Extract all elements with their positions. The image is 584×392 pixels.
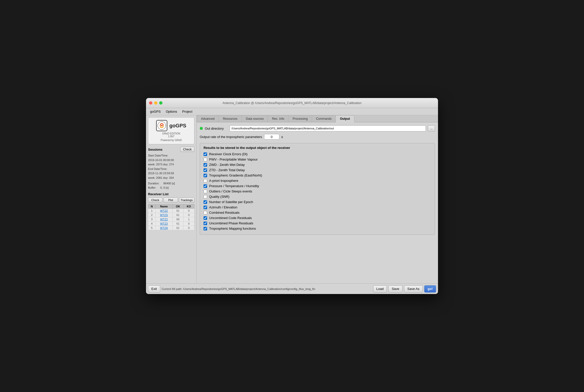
table-row: 3 WTZ2 60 1 (148, 217, 194, 221)
checkbox-receiver-clock-errors-dt-[interactable] (204, 152, 207, 156)
tab-output[interactable]: Output (336, 115, 354, 122)
left-panel: goGPS GReD EDITION 1.0b7 Powered by GReD… (146, 115, 197, 283)
sessions-title: Sessions (148, 148, 162, 151)
check-row: Azimuth / Elevation (204, 205, 431, 209)
tabs-bar: Advanced Resources Data sources Rec. Inf… (197, 115, 438, 122)
col-ok: OK (173, 204, 184, 208)
checkbox-ztd-zenith-total-delay[interactable] (204, 168, 207, 172)
cell-ko: 0 (184, 208, 194, 213)
sessions-header: Sessions Check (148, 147, 194, 152)
cell-name[interactable]: WTZS (155, 213, 173, 217)
tab-data-sources[interactable]: Data sources (242, 115, 268, 122)
receiver-trackings-button[interactable]: Trackings (179, 198, 194, 203)
menu-options[interactable]: Options (164, 109, 179, 114)
sessions-check-button[interactable]: Check (180, 147, 194, 152)
check-row: Combined Residuals (204, 211, 431, 214)
checkbox-label[interactable]: Receiver Clock Errors (Dt) (209, 152, 248, 156)
browse-button[interactable]: ... (428, 125, 435, 131)
logo-box: goGPS GReD EDITION 1.0b7 Powered by GReD (148, 117, 194, 144)
maximize-button[interactable] (159, 101, 162, 105)
cell-name[interactable]: WTZ2 (155, 217, 173, 221)
go-button[interactable]: go! (424, 285, 436, 292)
check-row: Tropospheric Gradients (East/Norht) (204, 173, 431, 177)
buffer-value: 0, 0 [s] (160, 186, 169, 190)
end-date-label: End Date/Time: (148, 167, 194, 171)
checkbox-label[interactable]: Tropospheric Mapping functions (209, 227, 256, 230)
minimize-button[interactable] (154, 101, 157, 105)
exit-button[interactable]: Exit (148, 285, 160, 292)
checkbox-label[interactable]: Combined Residuals (209, 211, 240, 214)
logo-icon (156, 120, 167, 131)
check-row: Uncombined Code Residuals (204, 216, 431, 220)
end-date-value: 2019-11-30 23:59:59 (148, 171, 194, 176)
tab-commands[interactable]: Commands (312, 115, 336, 122)
checkbox-azimuth-elevation[interactable] (204, 206, 207, 209)
checkbox-tropospheric-gradients-east-norht-[interactable] (204, 174, 207, 177)
check-row: Number of Satellite per Epoch (204, 200, 431, 204)
tab-resources[interactable]: Resources (219, 115, 242, 122)
cell-ok: 61 (173, 226, 184, 230)
col-name: Name (155, 204, 173, 208)
menu-project[interactable]: Project (180, 109, 194, 114)
start-date-label: Start Date/Time: (148, 153, 194, 158)
cell-ko: 0 (184, 221, 194, 226)
cell-name[interactable]: WTZ3 (155, 221, 173, 226)
cell-n: 4 (148, 221, 156, 226)
checkbox-label[interactable]: Uncombined Phase Residuals (209, 221, 253, 225)
checkbox-uncombined-code-residuals[interactable] (204, 216, 207, 220)
checkbox-label[interactable]: A-priori troposphere (209, 179, 238, 183)
titlebar: Antenna_Calibration @ /Users/Andrea/Repo… (146, 98, 438, 108)
checkbox-quality-snr-[interactable] (204, 195, 207, 199)
checkbox-label[interactable]: Tropospheric Gradients (East/Norht) (209, 173, 262, 177)
end-week: week: 2081 doy: 334 (148, 176, 194, 180)
receiver-plot-button[interactable]: Plot (163, 198, 178, 203)
check-row: Tropospheric Mapping functions (204, 227, 431, 230)
duration-label: Duration: (148, 181, 159, 186)
save-as-button[interactable]: Save As (404, 285, 423, 292)
window-controls (149, 101, 162, 105)
checkbox-label[interactable]: ZTD - Zenith Total Delay (209, 168, 245, 172)
checkbox-pressure-temperature-humidity[interactable] (204, 184, 207, 188)
cell-ok: 61 (173, 213, 184, 217)
tropo-unit: s (281, 135, 283, 139)
cell-name[interactable]: WTZZ (155, 208, 173, 213)
main-content: Out directory ... Output rate of the tro… (197, 122, 438, 283)
check-row: PWV - Precipitable Water Vapour (204, 158, 431, 161)
bottom-bar: Exit Current INI path: /Users/Andrea/Rep… (146, 283, 438, 294)
tab-processing[interactable]: Processing (288, 115, 312, 122)
checkbox-label[interactable]: Quality (SNR) (209, 195, 229, 199)
checkbox-label[interactable]: ZWD - Zenith Wet Delay (209, 163, 245, 167)
tab-rec-info[interactable]: Rec. Info (268, 115, 288, 122)
load-button[interactable]: Load (373, 285, 387, 292)
out-directory-label: Out directory (205, 127, 228, 130)
checkboxes-container: Receiver Clock Errors (Dt)PWV - Precipit… (204, 152, 431, 230)
checkbox-label[interactable]: Outliers / Cicle Sleeps events (209, 189, 252, 193)
checkbox-number-of-satellite-per-epoch[interactable] (204, 200, 207, 204)
checkbox-label[interactable]: PWV - Precipitable Water Vapour (209, 158, 258, 161)
checkbox-pwv-precipitable-water-vapour[interactable] (204, 158, 207, 161)
check-row: Uncombined Phase Residuals (204, 221, 431, 225)
checkbox-combined-residuals[interactable] (204, 211, 207, 214)
table-row: 2 WTZS 61 0 (148, 213, 194, 217)
checkbox-uncombined-phase-residuals[interactable] (204, 222, 207, 225)
checkbox-label[interactable]: Uncombined Code Residuals (209, 216, 252, 220)
checkbox-zwd-zenith-wet-delay[interactable] (204, 163, 207, 167)
cell-n: 5 (148, 226, 156, 230)
out-directory-input[interactable] (230, 125, 426, 131)
close-button[interactable] (149, 101, 152, 105)
checkbox-outliers-cicle-sleeps-events[interactable] (204, 190, 207, 193)
checkbox-a-priori-troposphere[interactable] (204, 179, 207, 183)
cell-name[interactable]: WTZA (155, 226, 173, 230)
save-button[interactable]: Save (388, 285, 403, 292)
checkbox-label[interactable]: Azimuth / Elevation (209, 205, 237, 209)
logo-version: 1.0b7 (168, 135, 174, 138)
tropo-input[interactable] (264, 134, 279, 140)
checkbox-label[interactable]: Number of Satellite per Epoch (209, 200, 253, 204)
receiver-check-button[interactable]: Check (148, 198, 162, 203)
check-row: A-priori troposphere (204, 179, 431, 183)
menu-gogps[interactable]: goGPS (148, 109, 163, 114)
tab-advanced[interactable]: Advanced (197, 115, 219, 122)
checkbox-label[interactable]: Pressure / Temperature / Humidity (209, 184, 259, 188)
ini-path: Current INI path: /Users/Andrea/Reposito… (162, 287, 372, 290)
checkbox-tropospheric-mapping-functions[interactable] (204, 227, 207, 230)
